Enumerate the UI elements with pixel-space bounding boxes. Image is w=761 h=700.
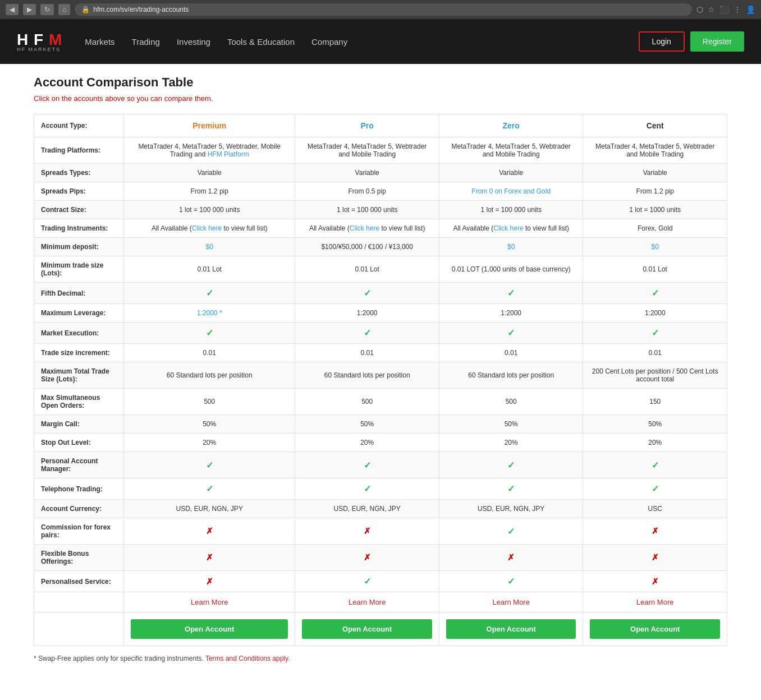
row-cell: MetaTrader 4, MetaTrader 5, Webtrader an…: [295, 137, 439, 164]
row-cell: 20%: [439, 434, 583, 452]
row-cell: ✓: [295, 571, 439, 592]
row-cell: 0.01: [583, 344, 727, 362]
page-content: Account Comparison Table Click on the ac…: [0, 64, 761, 679]
nav-trading[interactable]: Trading: [132, 37, 160, 47]
nav-tools-education[interactable]: Tools & Education: [227, 37, 295, 47]
open-account-cell: Open Account: [439, 612, 583, 646]
row-cell: 50%: [583, 415, 727, 434]
home-button[interactable]: ⌂: [58, 4, 70, 15]
cross-icon: ✗: [507, 552, 515, 562]
row-cell: 50%: [124, 415, 295, 434]
col-zero-header: Zero: [439, 114, 583, 137]
row-cell: USC: [583, 500, 727, 518]
cell-text: $0: [206, 243, 213, 251]
row-cell: 1 lot = 100 000 units: [124, 201, 295, 219]
row-cell: ✗: [583, 518, 727, 545]
row-cell: ✗: [583, 545, 727, 571]
learn-more-link[interactable]: Learn More: [492, 598, 529, 606]
header-row: Account Type: Premium Pro Zero Cent: [34, 114, 727, 137]
row-cell: ✗: [295, 518, 439, 545]
open-account-button[interactable]: Open Account: [590, 619, 720, 639]
table-row: Trading Instruments:All Available (Click…: [34, 219, 727, 238]
col-premium-header: Premium: [124, 114, 295, 137]
cross-icon: ✗: [206, 577, 213, 586]
refresh-button[interactable]: ↻: [40, 4, 54, 15]
row-cell: $0: [439, 238, 583, 256]
hfm-platform-link[interactable]: HFM Platform: [208, 150, 249, 158]
row-cell: From 1.2 pip: [583, 182, 727, 201]
row-cell: ✓: [439, 283, 583, 304]
cent-label: Cent: [647, 121, 664, 130]
nav-investing[interactable]: Investing: [177, 37, 210, 47]
row-cell: 60 Standard lots per position: [439, 362, 583, 389]
table-row: Spreads Pips:From 1.2 pipFrom 0.5 pipFro…: [34, 182, 727, 201]
table-row: Margin Call:50%50%50%50%: [34, 415, 727, 434]
back-button[interactable]: ◀: [6, 4, 19, 15]
row-cell: ✓: [583, 452, 727, 478]
open-account-cell: Open Account: [583, 612, 727, 646]
terms-link[interactable]: Terms and Conditions apply.: [205, 655, 290, 662]
row-label: Trading Platforms:: [34, 137, 124, 164]
row-cell: ✗: [439, 545, 583, 571]
table-row: Market Execution:✓✓✓✓: [34, 323, 727, 344]
table-row: Maximum Leverage:1:2000 *1:20001:20001:2…: [34, 304, 727, 323]
login-button[interactable]: Login: [639, 31, 685, 52]
check-icon: ✓: [507, 288, 515, 298]
row-cell: 60 Standard lots per position: [124, 362, 295, 389]
extensions-icon: ⬛: [719, 5, 729, 14]
open-account-button[interactable]: Open Account: [446, 619, 576, 639]
click-here-link[interactable]: Click here: [350, 224, 379, 232]
learn-more-link[interactable]: Learn More: [349, 598, 386, 606]
check-icon: ✓: [364, 460, 371, 470]
row-cell: 0.01 Lot: [124, 256, 295, 283]
col-cent-header: Cent: [583, 114, 727, 137]
register-button[interactable]: Register: [690, 31, 744, 52]
row-cell: ✓: [295, 283, 439, 304]
click-here-link[interactable]: Click here: [192, 224, 222, 232]
table-row: Minimum deposit:$0$100/¥50,000 / €100 / …: [34, 238, 727, 256]
table-row: Stop Out Level:20%20%20%20%: [34, 434, 727, 452]
row-cell: From 0.5 pip: [295, 182, 439, 201]
row-label: Trading Instruments:: [34, 219, 124, 238]
row-label: Trade size increment:: [34, 344, 124, 362]
row-cell: ✓: [124, 283, 295, 304]
row-cell: ✓: [295, 478, 439, 500]
row-cell: ✗: [295, 545, 439, 571]
learn-more-link[interactable]: Learn More: [191, 598, 228, 606]
open-account-button[interactable]: Open Account: [302, 619, 432, 639]
row-cell: MetaTrader 4, MetaTrader 5, Webtrader an…: [583, 137, 727, 164]
check-icon: ✓: [652, 484, 659, 494]
row-cell: ✓: [295, 452, 439, 478]
click-here-link[interactable]: Click here: [493, 224, 523, 232]
row-cell: MetaTrader 4, MetaTrader 5, Webtrader, M…: [124, 137, 295, 164]
check-icon: ✓: [507, 460, 515, 470]
row-cell: 0.01 Lot: [583, 256, 727, 283]
row-cell: 0.01: [295, 344, 439, 362]
row-cell: ✓: [583, 323, 727, 344]
address-bar[interactable]: 🔒 hfm.com/sv/en/trading-accounts: [75, 3, 692, 16]
user-icon: 👤: [746, 5, 755, 14]
row-cell: ✓: [583, 283, 727, 304]
row-cell: All Available (Click here to view full l…: [295, 219, 439, 238]
forward-button[interactable]: ▶: [23, 4, 36, 15]
col-pro-header: Pro: [295, 114, 439, 137]
open-account-cell: Open Account: [295, 612, 439, 646]
row-cell: USD, EUR, NGN, JPY: [439, 500, 583, 518]
open-account-button[interactable]: Open Account: [131, 619, 288, 639]
table-row: Account Currency:USD, EUR, NGN, JPYUSD, …: [34, 500, 727, 518]
cross-icon: ✗: [364, 552, 371, 562]
row-cell: 500: [295, 389, 439, 415]
cross-icon: ✗: [652, 552, 659, 562]
row-cell: 60 Standard lots per position: [295, 362, 439, 389]
nav-markets[interactable]: Markets: [85, 37, 114, 47]
row-label: Fifth Decimal:: [34, 283, 124, 304]
row-cell: USD, EUR, NGN, JPY: [295, 500, 439, 518]
row-cell: ✗: [124, 518, 295, 545]
row-label: Maximum Leverage:: [34, 304, 124, 323]
check-icon: ✓: [206, 288, 213, 298]
footnote: * Swap-Free applies only for specific tr…: [34, 655, 727, 662]
row-cell: 50%: [295, 415, 439, 434]
learn-more-link[interactable]: Learn More: [636, 598, 673, 606]
comparison-table: Account Type: Premium Pro Zero Cent Trad…: [34, 114, 727, 646]
nav-company[interactable]: Company: [311, 37, 347, 47]
